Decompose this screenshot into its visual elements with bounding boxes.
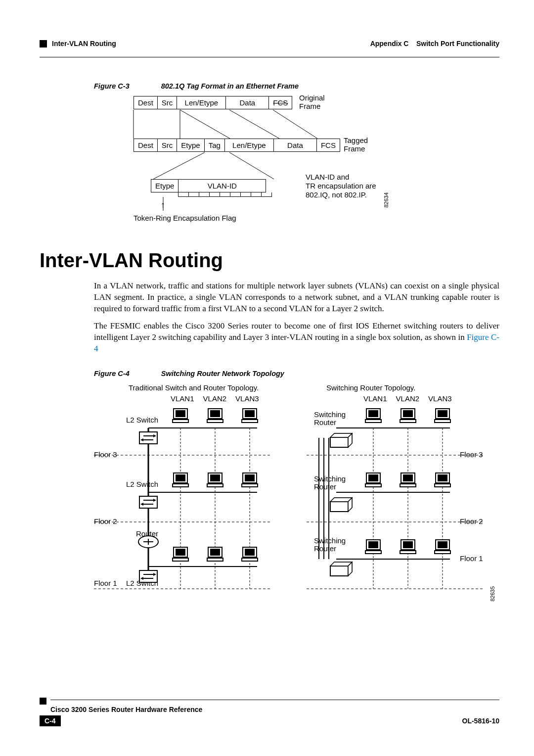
section-title: Inter-VLAN Routing <box>40 249 499 272</box>
figure-c4-id: 82635 <box>490 586 495 602</box>
header-section: Inter-VLAN Routing <box>52 40 116 47</box>
paragraph-1: In a VLAN network, traffic and stations … <box>94 281 499 315</box>
figure-c4-caption: Figure C-4 Switching Router Network Topo… <box>94 370 499 378</box>
arrow-up-icon: ↑ <box>161 200 165 210</box>
page-footer: Cisco 3200 Series Router Hardware Refere… <box>40 698 499 726</box>
doc-id: OL-5816-10 <box>462 717 499 725</box>
page-header: Inter-VLAN Routing Appendix C Switch Por… <box>40 40 499 47</box>
tag-tag: Tag <box>204 139 225 152</box>
detail-etype: Etype <box>151 179 178 192</box>
body-text: In a VLAN network, traffic and stations … <box>94 281 499 355</box>
orig-data: Data <box>225 96 269 109</box>
figure-c3-caption: Figure C-3 802.1Q Tag Format in an Ether… <box>94 82 499 90</box>
tr-encap-flag: Token-Ring Encapsulation Flag <box>134 214 236 222</box>
orig-src: Src <box>157 96 178 109</box>
svg-line-5 <box>153 152 205 179</box>
tag-src: Src <box>157 139 178 152</box>
header-appendix: Appendix C <box>370 40 409 47</box>
figure-c4-label: Figure C-4 <box>94 370 130 378</box>
tag-data: Data <box>273 139 317 152</box>
tag-dest: Dest <box>134 139 158 152</box>
figure-c3-id: 82634 <box>383 192 389 208</box>
header-marker <box>40 40 47 47</box>
paragraph-2: The FESMIC enables the Cisco 3200 Series… <box>94 321 499 355</box>
figure-c3: Dest Src Len/Etype Data FCS Original Fra… <box>94 96 450 230</box>
svg-line-6 <box>229 152 274 179</box>
tagged-frame-label: Tagged Frame <box>344 137 368 153</box>
page-number: C-4 <box>40 715 61 726</box>
original-frame-label: Original Frame <box>299 94 325 110</box>
vlan-note: VLAN-ID and TR encapsulation are 802.IQ,… <box>306 173 376 199</box>
tag-fcs: FCS <box>316 139 340 152</box>
svg-line-3 <box>229 110 279 139</box>
header-appendix-title: Switch Port Functionality <box>416 40 499 47</box>
tag-etype: Etype <box>177 139 204 152</box>
figure-c4-title: Switching Router Network Topology <box>161 370 284 378</box>
figure-c4: Traditional Switch and Router Topology. … <box>94 383 490 606</box>
orig-dest: Dest <box>134 96 158 109</box>
orig-fcs: FCS <box>268 96 292 109</box>
tag-lenetype: Len/Etype <box>224 139 274 152</box>
figure-c3-label: Figure C-3 <box>94 82 130 90</box>
svg-line-4 <box>273 110 317 139</box>
orig-lenetype: Len/Etype <box>177 96 226 109</box>
footer-marker <box>40 698 46 705</box>
footer-doc-title: Cisco 3200 Series Router Hardware Refere… <box>50 706 499 713</box>
detail-vlanid: VLAN-ID <box>178 179 266 192</box>
figure-c3-title: 802.1Q Tag Format in an Ethernet Frame <box>161 82 299 90</box>
svg-line-2 <box>180 110 230 139</box>
